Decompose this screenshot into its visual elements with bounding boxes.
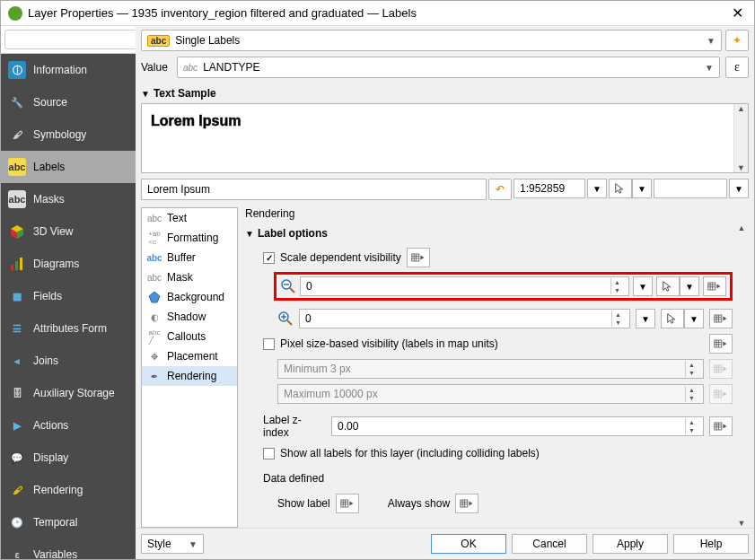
sample-text-input[interactable]	[141, 179, 487, 200]
cursor-tool-dropdown[interactable]: ▼	[632, 179, 652, 198]
tab-buffer[interactable]: abcBuffer	[142, 248, 237, 267]
sidebar-item-auxiliary-storage[interactable]: 🗄Auxiliary Storage	[1, 377, 136, 409]
tab-text[interactable]: abcText	[142, 208, 237, 228]
expression-button[interactable]: ε	[725, 57, 749, 78]
window-title: Layer Properties — 1935 inventory_region…	[28, 6, 728, 20]
min-scale-input[interactable]: 0▲▼	[300, 276, 629, 296]
max-scale-ddo-button[interactable]	[709, 309, 733, 328]
apply-button[interactable]: Apply	[593, 534, 668, 554]
svg-rect-43	[715, 423, 722, 430]
ok-button[interactable]: OK	[431, 534, 506, 554]
show-label-label: Show label	[277, 497, 330, 510]
svg-line-22	[287, 320, 292, 325]
sidebar-item-temporal[interactable]: 🕑Temporal	[1, 506, 136, 538]
max-px-input: Maximum 10000 px▲▼	[277, 384, 704, 404]
always-show-ddo-button[interactable]	[455, 494, 478, 513]
sidebar-item-rendering[interactable]: 🖌Rendering	[1, 474, 136, 506]
cursor-tool-button[interactable]	[609, 179, 632, 198]
max-px-ddo-button[interactable]	[709, 384, 733, 404]
sidebar-item-variables[interactable]: εVariables	[1, 538, 136, 559]
text-sample-collapser[interactable]: ▼Text Sample	[141, 83, 749, 103]
zoom-out-icon	[280, 278, 296, 294]
show-label-ddo-button[interactable]	[336, 494, 359, 513]
min-px-ddo-button[interactable]	[709, 359, 733, 379]
background-color-combo[interactable]	[654, 179, 727, 198]
scale-dropdown-button[interactable]: ▼	[587, 179, 607, 198]
svg-line-13	[290, 288, 294, 293]
svg-rect-33	[715, 365, 722, 372]
show-all-checkbox[interactable]	[263, 448, 275, 459]
max-scale-cursor-button[interactable]	[661, 309, 684, 328]
tab-background[interactable]: Background	[142, 287, 237, 307]
min-scale-dropdown[interactable]: ▼	[633, 276, 653, 296]
sidebar-item-labels[interactable]: abcLabels	[1, 151, 136, 183]
always-show-label: Always show	[388, 497, 450, 510]
engine-settings-button[interactable]: ✦	[725, 30, 749, 51]
value-label: Value	[141, 61, 171, 74]
min-scale-cursor-button[interactable]	[656, 276, 680, 296]
tab-shadow[interactable]: ◐Shadow	[142, 307, 237, 327]
sidebar-item-joins[interactable]: ◂Joins	[1, 345, 136, 377]
tab-placement[interactable]: ✥Placement	[142, 346, 237, 366]
max-scale-input[interactable]: 0▲▼	[299, 309, 630, 328]
scale-dependent-label: Scale dependent visibility	[280, 251, 401, 264]
sidebar-item-masks[interactable]: abcMasks	[1, 183, 136, 215]
svg-rect-23	[715, 315, 722, 322]
min-scale-highlight: 0▲▼ ▼ ▼	[274, 272, 733, 301]
z-index-ddo-button[interactable]	[709, 416, 733, 436]
z-index-label: Label z-index	[263, 414, 326, 439]
sidebar-item-source[interactable]: 🔧Source	[1, 86, 136, 118]
chevron-down-icon: ▼	[707, 36, 715, 46]
value-field-combo[interactable]: abc LANDTYPE ▼	[177, 57, 720, 78]
abc-field-icon: abc	[183, 63, 198, 73]
close-icon[interactable]: ✕	[728, 4, 747, 22]
svg-rect-48	[341, 500, 348, 507]
tab-formatting[interactable]: +ab<cFormatting	[142, 228, 237, 248]
sample-scrollbar[interactable]: ▲▼	[733, 104, 748, 172]
pixel-size-ddo-button[interactable]	[709, 334, 733, 354]
pixel-size-label: Pixel size-based visibility (labels in m…	[280, 337, 704, 350]
tab-mask[interactable]: abcMask	[142, 267, 237, 287]
pixel-size-checkbox[interactable]	[263, 338, 275, 350]
scale-dependent-ddo-button[interactable]	[407, 248, 430, 267]
reset-sample-button[interactable]: ↶	[488, 179, 512, 200]
svg-rect-6	[412, 254, 419, 261]
svg-rect-5	[20, 258, 22, 270]
show-all-label: Show all labels for this layer (includin…	[280, 447, 540, 459]
tab-callouts[interactable]: abc╱Callouts	[142, 327, 237, 346]
min-px-input: Minimum 3 px▲▼	[277, 359, 704, 379]
data-defined-label: Data defined	[263, 472, 324, 485]
label-options-collapser[interactable]: ▼Label options	[245, 223, 733, 243]
z-index-input[interactable]: 0.00▲▼	[331, 416, 704, 436]
min-scale-cursor-dropdown[interactable]: ▼	[680, 276, 699, 296]
svg-rect-28	[715, 340, 722, 347]
max-scale-cursor-dropdown[interactable]: ▼	[684, 309, 704, 328]
sidebar-item-symbology[interactable]: 🖌Symbology	[1, 118, 136, 151]
sidebar-item-3dview[interactable]: 3D View	[1, 215, 136, 248]
text-sample-preview: Lorem Ipsum ▲▼	[141, 103, 749, 173]
max-scale-dropdown[interactable]: ▼	[636, 309, 655, 328]
qgis-icon	[8, 6, 22, 21]
min-scale-ddo-button[interactable]	[703, 276, 726, 296]
sidebar-item-fields[interactable]: ▦Fields	[1, 280, 136, 312]
sidebar-item-attributes-form[interactable]: ☰Attributes Form	[1, 312, 136, 345]
rendering-title: Rendering	[243, 207, 749, 223]
options-scrollbar[interactable]: ▲▼	[734, 223, 749, 528]
sidebar-item-actions[interactable]: ▶Actions	[1, 409, 136, 442]
svg-rect-14	[708, 283, 715, 290]
chevron-down-icon: ▼	[705, 63, 714, 73]
style-combo[interactable]: Style▼	[141, 534, 204, 554]
label-mode-combo[interactable]: abc Single Labels ▼	[141, 30, 722, 51]
tab-rendering[interactable]: ✒Rendering	[142, 366, 237, 386]
label-settings-tabs: abcText +ab<cFormatting abcBuffer abcMas…	[141, 207, 238, 528]
background-color-dropdown[interactable]: ▼	[729, 179, 749, 198]
sidebar-item-information[interactable]: ⓘInformation	[1, 54, 136, 86]
help-button[interactable]: Help	[673, 534, 749, 554]
scale-dependent-checkbox[interactable]	[263, 252, 275, 264]
sidebar-item-diagrams[interactable]: Diagrams	[1, 248, 136, 280]
sidebar-item-display[interactable]: 💬Display	[1, 442, 136, 474]
svg-rect-53	[461, 500, 468, 507]
scale-combo[interactable]: 1:952859	[514, 179, 585, 198]
svg-rect-3	[11, 265, 13, 270]
cancel-button[interactable]: Cancel	[512, 534, 587, 554]
